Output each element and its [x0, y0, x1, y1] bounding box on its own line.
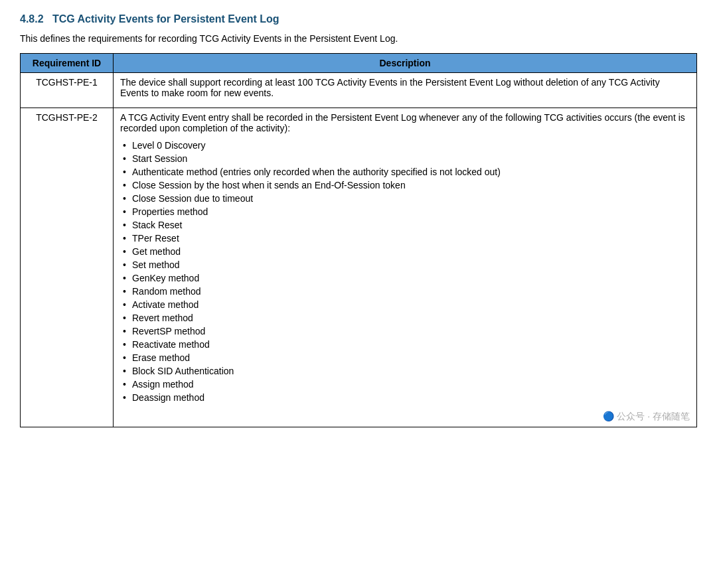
section-title: 4.8.2 TCG Activity Events for Persistent… — [20, 13, 697, 25]
list-item: Deassign method — [120, 391, 690, 404]
intro-paragraph: This defines the requirements for record… — [20, 33, 697, 44]
requirements-table: Requirement ID Description TCGHST-PE-1Th… — [20, 53, 697, 427]
list-item: Erase method — [120, 351, 690, 364]
list-item: Properties method — [120, 205, 690, 218]
description-cell: The device shall support recording at le… — [114, 73, 697, 108]
table-row: TCGHST-PE-1The device shall support reco… — [21, 73, 697, 108]
list-item: TPer Reset — [120, 232, 690, 245]
description-para: The device shall support recording at le… — [120, 77, 690, 98]
req-id-cell: TCGHST-PE-1 — [21, 73, 114, 108]
list-item: GenKey method — [120, 271, 690, 285]
table-row: TCGHST-PE-2A TCG Activity Event entry sh… — [21, 108, 697, 427]
list-item: Get method — [120, 245, 690, 258]
watermark: 🔵 公众号 · 存储随笔 — [120, 411, 690, 423]
bullet-list: Level 0 DiscoveryStart SessionAuthentica… — [120, 139, 690, 404]
col-header-req-id: Requirement ID — [21, 54, 114, 73]
list-item: Revert method — [120, 311, 690, 325]
description-para: A TCG Activity Event entry shall be reco… — [120, 112, 690, 133]
list-item: Random method — [120, 285, 690, 298]
list-item: Start Session — [120, 152, 690, 165]
list-item: Stack Reset — [120, 218, 690, 232]
description-cell: A TCG Activity Event entry shall be reco… — [114, 108, 697, 427]
list-item: Close Session by the host when it sends … — [120, 179, 690, 192]
section-heading: TCG Activity Events for Persistent Event… — [52, 13, 279, 25]
req-id-cell: TCGHST-PE-2 — [21, 108, 114, 427]
list-item: Level 0 Discovery — [120, 139, 690, 152]
list-item: Set method — [120, 258, 690, 271]
col-header-description: Description — [114, 54, 697, 73]
section-number: 4.8.2 — [20, 13, 44, 25]
list-item: Reactivate method — [120, 338, 690, 351]
list-item: RevertSP method — [120, 325, 690, 338]
list-item: Assign method — [120, 378, 690, 391]
list-item: Activate method — [120, 298, 690, 311]
list-item: Close Session due to timeout — [120, 192, 690, 205]
list-item: Authenticate method (entries only record… — [120, 165, 690, 179]
list-item: Block SID Authentication — [120, 364, 690, 378]
